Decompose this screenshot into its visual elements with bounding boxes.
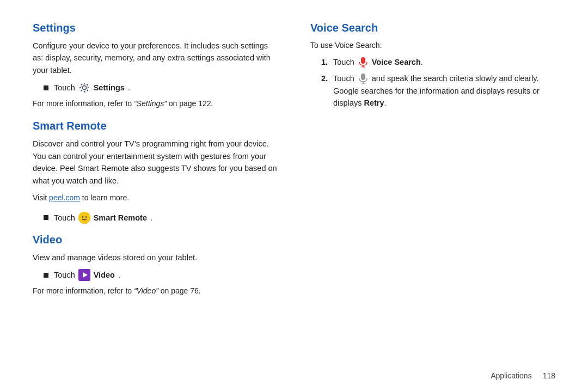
video-section: Video View and manage videos stored on y… [33,234,278,297]
mic-red-icon [358,57,368,68]
step-1-label: Voice Search [372,58,421,66]
settings-ref-italic: “Settings” [134,99,167,108]
footer-page: 118 [543,371,555,380]
smart-remote-heading: Smart Remote [33,120,278,132]
smart-remote-description: Discover and control your TV’s programmi… [33,138,278,187]
video-heading: Video [33,234,278,246]
svg-point-4 [85,216,87,217]
smart-remote-visit: Visit peel.com to learn more. [33,192,278,204]
right-column: Voice Search To use Voice Search: 1. Tou… [310,22,555,307]
bullet-square-icon-2 [44,215,48,220]
visit-end: to learn more. [80,193,129,202]
step-2-num: 2. [321,72,330,84]
settings-touch-label: Touch [54,83,75,92]
settings-ref-text: For more information, refer to [33,99,134,108]
svg-point-0 [82,86,86,90]
video-bullet: Touch Video. [44,269,278,281]
smart-remote-bullet-label: Smart Remote [94,213,147,222]
step-1-num: 1. [321,56,330,68]
step-2-content: Touch and speak the search crit [333,72,555,109]
smart-remote-icon [78,212,90,224]
smart-remote-touch-label: Touch [54,213,75,222]
svg-point-2 [78,212,90,224]
voice-search-steps: 1. Touch [321,56,555,109]
footer: Applications 118 [491,371,555,380]
footer-label: Applications [491,371,532,380]
step-2: 2. Touch [321,72,555,109]
settings-bullet-period: . [128,83,130,92]
bullet-square-icon-3 [44,273,48,278]
peel-link[interactable]: peel.com [49,193,80,202]
step-1: 1. Touch [321,56,555,68]
step-1-touch: Touch [333,58,354,66]
settings-ref: For more information, refer to “Settings… [33,98,278,110]
smart-remote-bullet-period: . [150,213,152,222]
smart-remote-section: Smart Remote Discover and control your T… [33,120,278,224]
voice-search-intro: To use Voice Search: [310,40,555,52]
settings-bullet: Touch [44,82,278,94]
video-ref: For more information, refer to “Video” o… [33,285,278,297]
bullet-square-icon [44,85,48,90]
smart-remote-bullet: Touch Smart Remote. [44,212,278,224]
step-2-retry: Retry [364,99,384,107]
step-2-touch: Touch [333,74,354,83]
video-ref-italic: “Video” [134,286,158,295]
video-bullet-label: Video [94,271,115,279]
settings-ref-page: on page 122. [167,99,213,108]
video-icon [78,269,90,281]
svg-rect-10 [361,74,365,80]
video-touch-label: Touch [54,271,75,279]
settings-section: Settings Configure your device to your p… [33,22,278,110]
svg-point-3 [82,216,83,217]
step-1-period: . [421,58,423,66]
svg-rect-7 [361,57,365,64]
settings-bullet-label: Settings [94,83,125,92]
page: Settings Configure your device to your p… [0,0,588,392]
video-bullet-period: . [118,271,120,279]
two-column-layout: Settings Configure your device to your p… [33,22,555,307]
video-ref-page: on page 76. [158,286,201,295]
step-1-content: Touch Voice Search. [333,56,423,68]
voice-search-section: Voice Search To use Voice Search: 1. Tou… [310,22,555,109]
left-column: Settings Configure your device to your p… [33,22,278,307]
voice-search-heading: Voice Search [310,22,555,34]
video-description: View and manage videos stored on your ta… [33,252,278,264]
visit-text: Visit [33,193,49,202]
settings-heading: Settings [33,22,278,34]
settings-icon [78,82,90,94]
settings-description: Configure your device to your preference… [33,40,278,76]
step-2-period: . [384,99,387,107]
video-ref-text: For more information, refer to [33,286,134,295]
mic-gray-icon [358,74,368,84]
